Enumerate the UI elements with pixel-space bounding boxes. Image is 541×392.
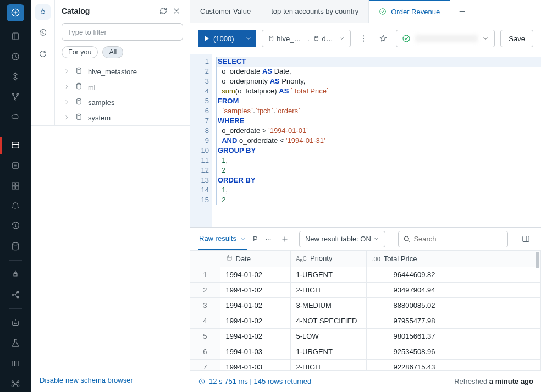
tab-add-button[interactable] [450,0,473,23]
catalog-tree: hive_metastoremlsamplessystem [55,64,190,125]
catalog-refresh-icon[interactable] [157,4,170,18]
svg-point-12 [13,242,19,245]
cell-date: 1994-01-02 [220,329,290,344]
context-schema: de… [322,35,336,43]
catalog-tree-item[interactable]: hive_metastore [59,64,185,79]
catalog-close-icon[interactable] [170,4,183,18]
table-row[interactable]: 21994-01-022-HIGH93497904.94 [190,283,541,298]
context-selector[interactable]: hive_m… . de… [262,30,351,47]
nav-features-icon[interactable] [7,355,24,372]
editor-tab[interactable]: Order Revenue [369,0,450,23]
catalog-tree-item[interactable]: system [59,110,185,125]
results-search-input[interactable] [413,235,503,243]
panel-toggle-icon[interactable] [518,231,533,247]
editor-tabs: Customer Valuetop ten accounts by countr… [190,0,541,23]
pill-for-you[interactable]: For you [62,46,98,58]
cell-date: 1994-01-02 [220,313,290,329]
nav-experiments-icon[interactable] [7,335,24,352]
catalog-filter-input[interactable] [62,23,183,41]
cell-priority: 4-NOT SPECIFIED [290,313,366,329]
chevron-right-icon [64,68,70,76]
disable-schema-browser-link[interactable]: Disable new schema browser [40,376,133,384]
column-header[interactable]: .00Total Price [366,251,441,267]
table-row[interactable]: 71994-01-032-HIGH92286715.43 [190,360,541,371]
svg-point-31 [269,36,273,37]
editor-gutter: 123456789101112131415 [190,54,212,227]
results-tab-raw[interactable]: Raw results [198,228,247,250]
cell-rownum: 1 [190,267,220,283]
nav-ingest-icon[interactable] [7,266,24,283]
nav-workspace-icon[interactable] [7,28,24,45]
cell-priority: 2-HIGH [290,360,366,371]
nav-compute-icon[interactable] [7,108,24,125]
table-row[interactable]: 41994-01-024-NOT SPECIFIED97955477.98 [190,313,541,329]
editor-tab[interactable]: top ten accounts by country [261,0,369,23]
cell-total-price: 98015661.37 [366,329,441,344]
nav-queries-icon[interactable] [7,157,24,174]
run-button[interactable]: (1000) [198,30,241,47]
cell-total-price: 92286715.43 [366,360,441,371]
pill-all[interactable]: All [102,46,123,58]
catalog-tree-label: hive_metastore [88,68,137,76]
context-catalog: hive_m… [277,35,304,43]
nav-models-icon[interactable] [7,375,24,392]
nav-alerts-icon[interactable] [7,197,24,214]
schema-icon [313,35,320,42]
scrollbar[interactable] [536,251,539,370]
catalog-tree-item[interactable]: samples [59,95,185,110]
catalog-minitab-history-icon[interactable] [35,25,51,41]
new-result-table-toggle[interactable]: New result table: ON [299,231,385,247]
editor-code[interactable]: SELECT o_orderdate AS Date, o_orderprior… [212,54,541,227]
results-tab-partial[interactable]: P [253,228,257,250]
svg-point-34 [363,38,364,39]
table-row[interactable]: 61994-01-031-URGENT92534508.96 [190,344,541,360]
svg-point-33 [363,35,364,36]
svg-point-17 [14,323,15,324]
nav-warehouses-icon[interactable] [7,238,24,255]
nav-ml-playground-icon[interactable] [7,314,24,332]
status-refreshed: Refreshed a minute ago [454,377,533,385]
tab-label: Order Revenue [391,8,440,16]
catalog-minitab-refresh-icon[interactable] [35,46,51,62]
svg-point-18 [16,323,17,324]
svg-rect-38 [522,236,528,242]
catalog-tree-item[interactable]: ml [59,79,185,95]
catalog-minitab-schema-icon[interactable] [35,4,51,20]
chevron-down-icon [339,35,345,42]
column-header[interactable]: Date [220,251,290,267]
table-row[interactable]: 11994-01-021-URGENT96444609.82 [190,267,541,283]
save-button[interactable]: Save [500,30,533,47]
nav-history-icon[interactable] [7,218,24,235]
cell-date: 1994-01-02 [220,267,290,283]
catalog-tree-label: system [88,114,111,122]
table-row[interactable]: 51994-01-025-LOW98015661.37 [190,329,541,344]
nav-data-icon[interactable] [7,68,24,85]
nav-sql-editor-icon[interactable] [7,137,24,154]
results-tab-more-icon[interactable]: ··· [263,235,274,243]
chevron-down-icon [240,235,246,242]
svg-rect-19 [12,361,15,366]
catalog-tree-label: samples [88,98,114,107]
nav-pipelines-icon[interactable] [7,286,24,303]
more-icon[interactable] [356,31,371,46]
sql-editor[interactable]: 123456789101112131415 SELECT o_orderdate… [190,54,541,227]
column-header[interactable]: ABCPriority [290,251,366,267]
cell-total-price: 88800085.02 [366,298,441,313]
compute-selector[interactable] [396,30,495,47]
run-options-button[interactable] [241,30,256,47]
col-rownum[interactable] [190,251,220,267]
svg-point-30 [380,9,386,15]
cell-rownum: 2 [190,283,220,298]
results-tab-add-icon[interactable] [279,235,290,243]
check-circle-icon [402,34,411,43]
tab-label: Customer Value [200,7,251,15]
nav-new[interactable] [7,4,24,21]
nav-workflows-icon[interactable] [7,89,24,106]
editor-tab[interactable]: Customer Value [190,0,261,23]
nav-recents-icon[interactable] [7,48,24,65]
results-search[interactable] [398,231,508,247]
table-row[interactable]: 31994-01-023-MEDIUM88800085.02 [190,298,541,313]
nav-dashboards-icon[interactable] [7,177,24,194]
cell-date: 1994-01-02 [220,283,290,298]
star-icon[interactable] [376,31,390,46]
